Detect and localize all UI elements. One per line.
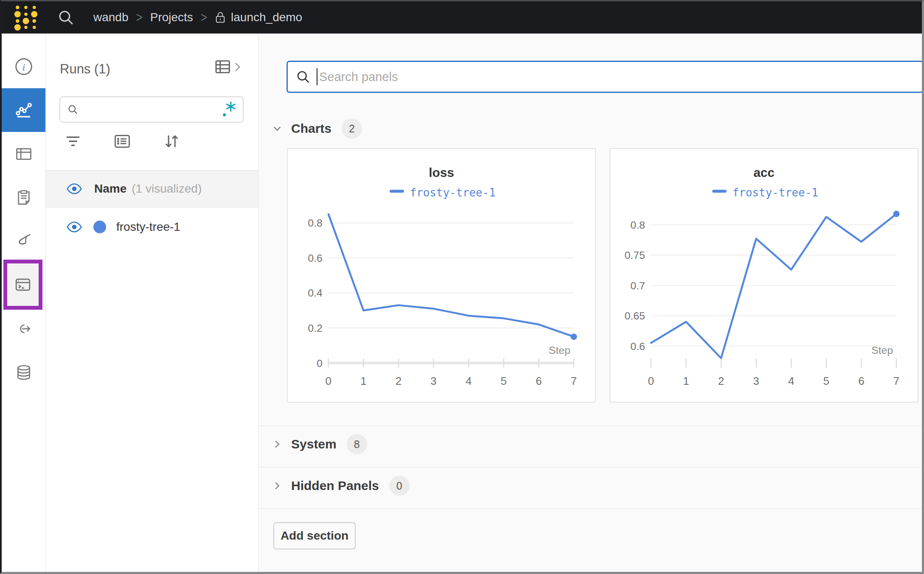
x-tick-label: 2 bbox=[718, 375, 724, 387]
y-tick-label: 0.65 bbox=[625, 310, 645, 322]
x-tick-label: 0 bbox=[326, 375, 331, 387]
search-icon bbox=[67, 103, 79, 116]
chevron-right-icon bbox=[272, 439, 283, 450]
chevron-right-icon bbox=[272, 480, 283, 491]
runs-panel: Runs (1) bbox=[46, 34, 258, 572]
y-tick-label: 0.6 bbox=[308, 252, 323, 264]
eye-icon[interactable] bbox=[66, 221, 82, 233]
breadcrumb-separator: > bbox=[136, 9, 143, 26]
section-header-system[interactable]: System 8 bbox=[272, 431, 367, 457]
run-color-dot bbox=[93, 221, 106, 233]
list-icon[interactable] bbox=[113, 132, 132, 151]
eye-icon[interactable] bbox=[66, 182, 82, 195]
x-tick-label: 7 bbox=[893, 375, 899, 387]
sidebar-item-logs[interactable] bbox=[2, 176, 45, 219]
acc-chart: accfrosty-tree-10.60.650.70.750.80123456… bbox=[610, 149, 918, 402]
section-divider bbox=[259, 467, 922, 468]
x-tick-label: 6 bbox=[536, 375, 542, 387]
runs-toolbar bbox=[64, 132, 181, 151]
section-header-hidden-panels[interactable]: Hidden Panels 0 bbox=[272, 473, 410, 498]
section-label: System bbox=[291, 437, 337, 451]
sidebar-item-sweeps[interactable] bbox=[2, 219, 45, 263]
lock-icon bbox=[215, 11, 226, 24]
info-icon: i bbox=[14, 57, 33, 76]
x-tick-label: 5 bbox=[823, 375, 829, 387]
x-tick-label: 1 bbox=[360, 375, 366, 387]
search-icon bbox=[295, 69, 311, 84]
section-count-badge: 0 bbox=[389, 476, 410, 496]
sort-icon[interactable] bbox=[162, 132, 181, 151]
section-count-badge: 2 bbox=[342, 118, 362, 139]
svg-text:i: i bbox=[22, 62, 25, 73]
y-tick-label: 0.75 bbox=[625, 249, 645, 261]
x-axis-label: Step bbox=[549, 344, 570, 356]
breadcrumb-projects[interactable]: Projects bbox=[150, 11, 193, 24]
x-tick-label: 7 bbox=[571, 375, 577, 387]
chart-title: loss bbox=[429, 165, 454, 179]
loss-chart: lossfrosty-tree-100.20.40.60.801234567St… bbox=[288, 149, 595, 402]
panel-search-input[interactable] bbox=[319, 70, 915, 84]
x-axis-label: Step bbox=[871, 344, 893, 356]
left-nav: i bbox=[2, 34, 46, 572]
runs-search-input[interactable] bbox=[79, 103, 221, 116]
x-tick-label: 1 bbox=[683, 375, 689, 387]
section-divider bbox=[259, 426, 922, 426]
panel-search-box[interactable] bbox=[286, 61, 924, 93]
runs-column-name: Name bbox=[94, 182, 126, 196]
runs-table-expand-button[interactable] bbox=[215, 60, 242, 74]
breadcrumb-project[interactable]: launch_demo bbox=[215, 11, 302, 24]
wandb-workspace-page: wandb > Projects > launch_demo i bbox=[0, 0, 924, 574]
series-line bbox=[651, 214, 896, 358]
table-icon bbox=[14, 145, 33, 163]
x-tick-label: 3 bbox=[753, 375, 759, 387]
section-label: Charts bbox=[291, 121, 331, 136]
runs-search-box[interactable] bbox=[59, 96, 244, 123]
chevron-down-icon bbox=[272, 123, 283, 134]
sidebar-item-artifacts[interactable] bbox=[2, 350, 45, 394]
loss-chart-panel[interactable]: lossfrosty-tree-100.20.40.60.801234567St… bbox=[287, 148, 596, 403]
jobs-highlight-box bbox=[3, 260, 42, 310]
database-icon bbox=[14, 363, 33, 382]
chevron-right-icon bbox=[233, 60, 242, 74]
run-name: frosty-tree-1 bbox=[116, 220, 180, 234]
x-tick-label: 6 bbox=[858, 375, 864, 387]
launch-arrow-icon bbox=[14, 319, 33, 338]
acc-chart-panel[interactable]: accfrosty-tree-10.60.650.70.750.80123456… bbox=[609, 148, 918, 403]
sidebar-item-automations[interactable] bbox=[2, 307, 45, 350]
section-count-badge: 8 bbox=[347, 434, 367, 454]
filter-icon[interactable] bbox=[64, 132, 82, 151]
section-header-charts[interactable]: Charts 2 bbox=[272, 116, 362, 141]
runs-visualized-count: (1 visualized) bbox=[132, 182, 202, 196]
breadcrumb-project-label: launch_demo bbox=[231, 11, 302, 24]
x-tick-label: 4 bbox=[466, 375, 472, 387]
x-tick-label: 0 bbox=[648, 375, 654, 387]
breadcrumb: wandb > Projects > launch_demo bbox=[93, 11, 302, 24]
line-chart-icon bbox=[14, 101, 33, 120]
sidebar-item-jobs[interactable] bbox=[2, 263, 45, 307]
section-divider bbox=[259, 508, 922, 509]
x-tick-label: 5 bbox=[501, 375, 507, 387]
y-tick-label: 0.2 bbox=[308, 322, 323, 334]
breadcrumb-separator: > bbox=[201, 9, 207, 26]
sidebar-item-table[interactable] bbox=[2, 132, 45, 176]
legend-run-name: frosty-tree-1 bbox=[410, 186, 496, 199]
broom-icon bbox=[14, 232, 33, 251]
run-row[interactable]: frosty-tree-1 bbox=[46, 207, 258, 246]
clipboard-icon bbox=[14, 188, 33, 207]
add-section-button[interactable]: Add section bbox=[273, 522, 356, 549]
y-tick-label: 0.4 bbox=[308, 287, 323, 299]
y-tick-label: 0.8 bbox=[630, 219, 645, 231]
y-tick-label: 0.7 bbox=[630, 280, 645, 291]
runs-header-row[interactable]: Name (1 visualized) bbox=[46, 171, 258, 207]
breadcrumb-entity[interactable]: wandb bbox=[93, 11, 129, 24]
x-tick-label: 2 bbox=[396, 375, 402, 387]
regex-toggle-icon[interactable] bbox=[221, 100, 236, 119]
y-tick-label: 0.8 bbox=[308, 217, 323, 229]
sidebar-item-workspace[interactable] bbox=[2, 88, 45, 132]
text-caret bbox=[317, 68, 317, 85]
chart-title: acc bbox=[753, 165, 775, 179]
global-search-icon[interactable] bbox=[57, 8, 75, 26]
terminal-icon bbox=[13, 275, 33, 294]
sidebar-item-info[interactable]: i bbox=[2, 45, 45, 88]
wandb-logo[interactable] bbox=[13, 4, 39, 31]
